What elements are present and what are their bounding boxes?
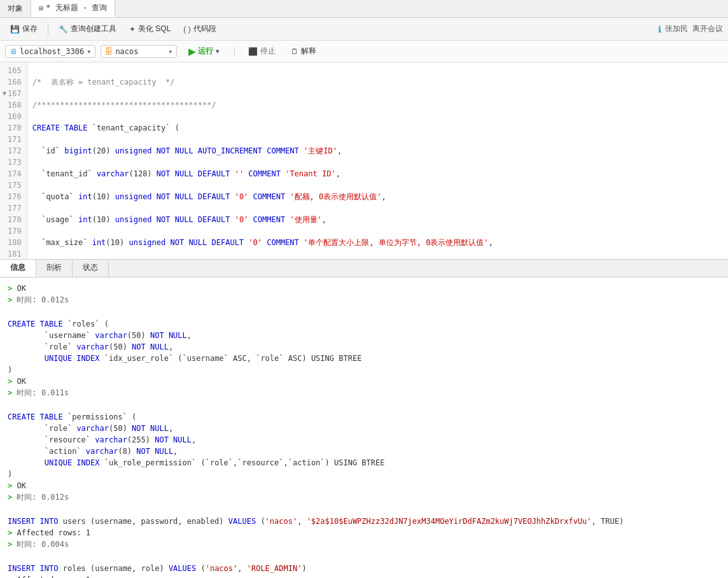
result-3-sql: CREATE TABLE `permissions` ( `role` varc… [8, 411, 720, 480]
tab-object[interactable]: 对象 [0, 0, 31, 17]
tab-query-label: * 无标题 - 查询 [46, 3, 107, 13]
result-4-time: > 时间: 0.004s [8, 539, 720, 550]
save-button[interactable]: 💾 保存 [5, 21, 43, 37]
result-3: CREATE TABLE `permissions` ( `role` varc… [8, 411, 720, 503]
tab-bar: 对象 ⊞ * 无标题 - 查询 [0, 0, 728, 18]
code-segment-button[interactable]: ( ) 代码段 [178, 21, 221, 37]
result-4: INSERT INTO users (username, password, e… [8, 516, 720, 550]
host-icon: 🖥 [10, 47, 17, 56]
result-5-sql: INSERT INTO roles (username, role) VALUE… [8, 563, 720, 574]
result-2-sql: CREATE TABLE `roles` ( `username` varcha… [8, 318, 720, 376]
database-selector[interactable]: 🗄 nacos ▾ [101, 45, 177, 58]
beautify-button[interactable]: ✦ 美化 SQL [124, 21, 176, 37]
code-segment-icon: ( ) [183, 25, 190, 34]
run-button[interactable]: ▶ 运行 ▾ [182, 44, 225, 59]
stop-button[interactable]: ⬛ 停止 [243, 44, 281, 59]
stop-icon: ⬛ [248, 47, 258, 56]
toolbar: 💾 保存 🔧 查询创建工具 ✦ 美化 SQL ( ) 代码段 ℹ 张加民 离开会… [0, 18, 728, 41]
result-3-time: > 时间: 0.012s [8, 491, 720, 503]
user-label: 张加民 离开会议 [665, 24, 723, 34]
tab-object-label: 对象 [8, 3, 23, 14]
code-segment-label: 代码段 [193, 24, 216, 34]
db-arrow-icon: ▾ [168, 47, 172, 56]
separator-1 [48, 23, 48, 36]
connection-bar: 🖥 localhost_3306 ▾ 🗄 nacos ▾ ▶ 运行 ▾ | ⬛ … [0, 41, 728, 62]
tab-info[interactable]: 信息 [0, 260, 36, 277]
result-2: CREATE TABLE `roles` ( `username` varcha… [8, 318, 720, 398]
beautify-icon: ✦ [129, 25, 136, 34]
db-icon: 🗄 [105, 47, 113, 56]
run-label: 运行 [198, 46, 213, 57]
tab-query[interactable]: ⊞ * 无标题 - 查询 [31, 0, 115, 17]
tab-info-label: 信息 [10, 263, 25, 272]
run-arrow-icon: ▾ [216, 48, 219, 55]
explain-label: 解释 [301, 46, 316, 57]
tab-status-label: 状态 [83, 263, 98, 272]
query-tool-icon: 🔧 [59, 25, 68, 34]
save-icon: 💾 [10, 25, 20, 34]
toolbar-right: ℹ 张加民 离开会议 [658, 24, 723, 34]
database-value: nacos [115, 47, 138, 56]
bottom-tabs: 信息 剖析 状态 [0, 260, 728, 278]
run-icon: ▶ [188, 46, 195, 57]
save-label: 保存 [22, 24, 38, 34]
result-1-time: > 时间: 0.012s [8, 294, 720, 306]
result-3-ok: > OK [8, 480, 720, 491]
query-tool-button[interactable]: 🔧 查询创建工具 [53, 21, 122, 37]
result-4-affected: > Affected rows: 1 [8, 527, 720, 539]
result-1-ok: > OK [8, 283, 720, 294]
editor-area[interactable]: 165 166 ▼167 168 169 170 171 172 173 174… [0, 62, 728, 260]
explain-button[interactable]: 🗒 解释 [286, 44, 321, 59]
results-area: > OK > 时间: 0.012s CREATE TABLE `roles` (… [0, 278, 728, 578]
host-value: localhost_3306 [20, 47, 84, 56]
user-info: ℹ 张加民 离开会议 [658, 24, 723, 34]
result-4-sql: INSERT INTO users (username, password, e… [8, 516, 720, 527]
code-editor[interactable]: /* 表名称 = tenant_capacity */ /***********… [27, 62, 728, 259]
tab-profiling-label: 剖析 [46, 263, 62, 272]
result-1: > OK > 时间: 0.012s [8, 283, 720, 306]
host-selector[interactable]: 🖥 localhost_3306 ▾ [5, 45, 95, 58]
info-icon: ℹ [658, 24, 661, 34]
explain-icon: 🗒 [291, 47, 298, 56]
result-5: INSERT INTO roles (username, role) VALUE… [8, 563, 720, 578]
query-tool-label: 查询创建工具 [71, 24, 116, 34]
result-2-ok: > OK [8, 376, 720, 387]
line-numbers: 165 166 ▼167 168 169 170 171 172 173 174… [0, 62, 27, 259]
result-5-affected: > Affected rows: 1 [8, 574, 720, 578]
beautify-label: 美化 SQL [138, 24, 171, 34]
result-2-time: > 时间: 0.011s [8, 387, 720, 398]
table-icon: ⊞ [39, 4, 43, 13]
tab-status[interactable]: 状态 [73, 260, 109, 277]
stop-label: 停止 [260, 46, 276, 57]
host-arrow-icon: ▾ [87, 47, 91, 56]
tab-profiling[interactable]: 剖析 [36, 260, 73, 277]
